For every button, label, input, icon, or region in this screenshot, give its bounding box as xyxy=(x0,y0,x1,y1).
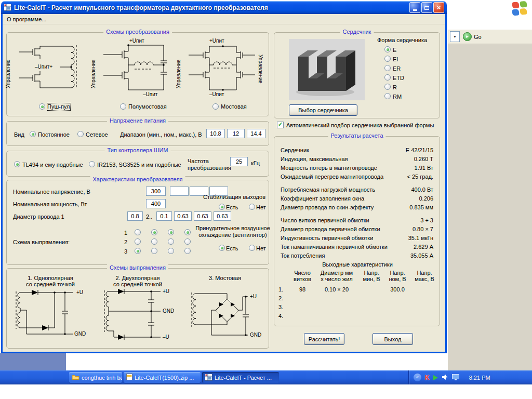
radio-halfbridge-label[interactable]: Полумостовая xyxy=(128,103,167,110)
taskbar-button-zip[interactable]: Lite-CalcIT(1500).zip ... xyxy=(124,372,201,383)
result-row: Потребляемая нагрузкой мощность400.0 Вт xyxy=(281,187,433,195)
power-input[interactable] xyxy=(146,199,166,208)
voltage-input-2[interactable] xyxy=(170,187,189,196)
result-row: Диаметр провода первичной обмотки0.80 × … xyxy=(281,226,433,234)
rect-radio-r3c3[interactable] xyxy=(168,248,174,254)
supply-min-input[interactable] xyxy=(206,129,225,138)
radio-core-r-label[interactable]: R xyxy=(393,84,397,91)
tray-collapse-icon[interactable]: « xyxy=(414,374,421,381)
result-label: Диаметр провода первичной обмотки xyxy=(281,226,380,232)
result-row: Индукция, максимальная0.260 Т xyxy=(281,156,433,164)
radio-core-rm-label[interactable]: RM xyxy=(393,94,402,100)
taskbar-button-folder[interactable]: congthuc tinh bax xyxy=(69,372,122,383)
radio-ac-label[interactable]: Сетевое xyxy=(86,131,108,138)
radio-dc-label[interactable]: Постоянное xyxy=(38,131,70,138)
radio-bridge[interactable] xyxy=(212,103,219,110)
diameter-input-4[interactable] xyxy=(194,211,211,221)
radio-ac[interactable] xyxy=(77,131,84,137)
rect-radio-r2c1[interactable] xyxy=(135,238,141,245)
radio-cooling-yes-label[interactable]: Есть xyxy=(226,245,238,252)
rect-radio-r2c4[interactable] xyxy=(184,238,191,245)
cooling-label-line1: Принудительное воздушное xyxy=(194,225,272,232)
radio-core-rm[interactable] xyxy=(384,93,391,99)
radio-stab-no[interactable] xyxy=(249,204,255,210)
radio-stab-yes[interactable] xyxy=(219,204,225,210)
radio-core-er-label[interactable]: ER xyxy=(393,65,401,72)
radio-core-e[interactable] xyxy=(384,46,391,52)
radio-stab-yes-label[interactable]: Есть xyxy=(226,204,238,211)
rect-radio-r3c4[interactable] xyxy=(184,248,191,254)
diameter-input-3[interactable] xyxy=(174,211,192,221)
folder-icon xyxy=(72,374,79,381)
result-row: Число витков первичной обмотки3 + 3 xyxy=(281,217,433,225)
group-title: Тип контроллера ШИМ xyxy=(105,147,171,153)
output-col-header: Напр.макс, В xyxy=(410,270,438,282)
radio-stab-no-label[interactable]: Нет xyxy=(256,204,266,211)
radio-ir2153-label[interactable]: IR2153, SG3525 и им подобные xyxy=(97,162,181,168)
play-tray-icon[interactable] xyxy=(433,375,438,380)
address-dropdown-button[interactable]: ▼ xyxy=(450,31,460,42)
diameter-input-1[interactable] xyxy=(127,211,143,221)
rect-radio-r2c2[interactable] xyxy=(151,238,157,245)
radio-tl494-label[interactable]: TL494 и ему подобные xyxy=(22,162,83,168)
result-row: СердечникE 42/21/15 xyxy=(281,147,433,155)
radio-core-etd[interactable] xyxy=(384,74,391,81)
close-button[interactable]: × xyxy=(433,2,444,13)
auto-core-label[interactable]: Автоматический подбор сердечника выбранн… xyxy=(286,122,434,129)
radio-core-etd-label[interactable]: ETD xyxy=(393,75,404,82)
diameter-more-label: 2.. xyxy=(146,214,152,220)
radio-pushpull-label[interactable]: Пуш-пул xyxy=(47,103,70,110)
maximize-button[interactable] xyxy=(421,2,432,13)
supply-max-input[interactable] xyxy=(247,129,265,138)
radio-pushpull[interactable] xyxy=(39,103,45,110)
radio-bridge-label[interactable]: Мостовая xyxy=(221,103,247,110)
radio-core-r[interactable] xyxy=(384,84,391,90)
rect-radio-r1c3[interactable] xyxy=(168,229,174,235)
rect-radio-r1c1[interactable] xyxy=(135,229,141,235)
radio-core-ei-label[interactable]: EI xyxy=(393,56,398,63)
radio-cooling-yes[interactable] xyxy=(219,245,225,251)
radio-cooling-no-label[interactable]: Нет xyxy=(256,245,266,252)
calculate-button[interactable]: Рассчитать! xyxy=(304,333,344,345)
result-row: Ток потребления35.055 А xyxy=(281,252,433,261)
exit-button[interactable]: Выход xyxy=(373,333,413,345)
volume-tray-icon[interactable] xyxy=(442,374,448,381)
radio-core-er[interactable] xyxy=(384,65,391,71)
diameter-input-5[interactable] xyxy=(214,211,231,221)
minimize-button[interactable] xyxy=(409,2,420,13)
rect-radio-r3c1[interactable] xyxy=(135,248,141,254)
rect-radio-r2c3[interactable] xyxy=(168,238,174,245)
radio-halfbridge[interactable] xyxy=(120,103,126,110)
result-label: Мощность потерь в магнитопроводе xyxy=(281,165,377,171)
voltage-input-1[interactable] xyxy=(146,187,166,196)
supply-nom-input[interactable] xyxy=(227,129,245,138)
outputs-title: Выходные характеристики xyxy=(274,261,441,268)
core-select-button[interactable]: Выбор сердечника xyxy=(289,104,357,116)
radio-cooling-no[interactable] xyxy=(249,245,255,251)
radio-core-ei[interactable] xyxy=(384,56,391,62)
radio-core-e-label[interactable]: E xyxy=(393,47,396,54)
rectifier1-diagram: +U GND xyxy=(11,288,89,342)
titlebar[interactable]: Lite-CalcIT - Расчет импульсного трансфо… xyxy=(1,1,447,14)
rect-radio-r1c4[interactable] xyxy=(184,229,191,235)
output-row: 4. xyxy=(274,313,440,320)
rect-radio-r1c2[interactable] xyxy=(151,229,157,235)
antivirus-tray-icon[interactable]: K xyxy=(425,374,430,381)
output-col-header: Числовитков xyxy=(290,270,315,282)
radio-tl494[interactable] xyxy=(14,161,20,167)
auto-core-checkbox[interactable] xyxy=(277,122,284,128)
network-tray-icon[interactable] xyxy=(452,374,459,381)
result-label: Число витков первичной обмотки xyxy=(281,217,369,223)
diameter-input-2[interactable] xyxy=(156,211,172,221)
result-value: 0.260 Т xyxy=(414,156,433,162)
radio-ir2153[interactable] xyxy=(89,161,95,167)
frequency-input[interactable] xyxy=(230,157,248,166)
freq-label-line1: Частота xyxy=(188,158,209,165)
output-cell: 98 xyxy=(290,286,315,292)
radio-dc[interactable] xyxy=(30,131,36,137)
go-button[interactable]: ► Go xyxy=(463,32,482,41)
halfbridge-circuit-svg xyxy=(95,38,177,98)
menu-about[interactable]: О программе... xyxy=(7,16,46,22)
taskbar-button-app[interactable]: Lite-CalcIT - Расчет ... xyxy=(202,372,279,383)
rect-radio-r3c2[interactable] xyxy=(151,248,157,254)
